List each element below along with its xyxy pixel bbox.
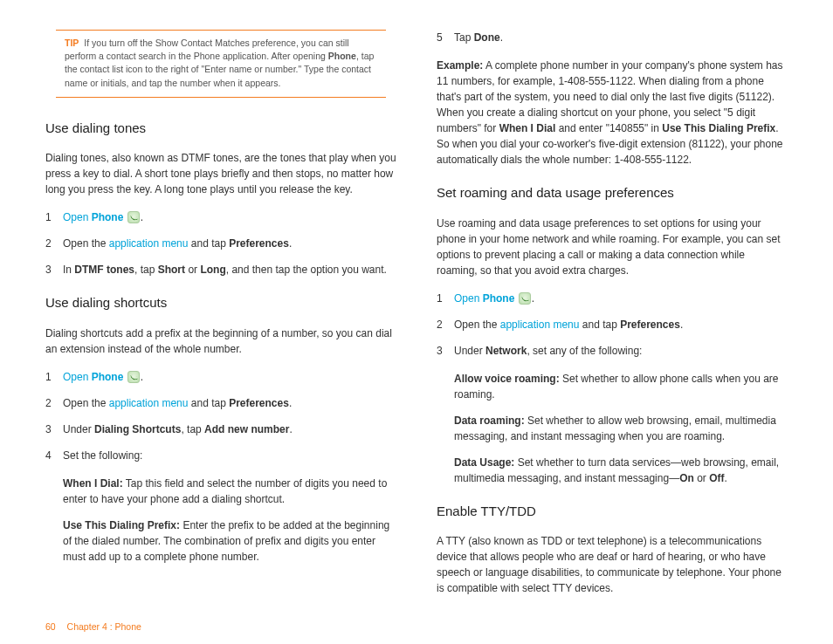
sub-voice-roaming: Allow voice roaming: Set whether to allo…	[454, 371, 788, 402]
para-roaming: Use roaming and data usage preferences t…	[437, 216, 788, 278]
page-number: 60	[45, 621, 56, 632]
phone-icon	[127, 211, 140, 223]
step-number: 4	[45, 448, 63, 463]
step-number: 5	[437, 30, 454, 45]
heading-tty: Enable TTY/TDD	[437, 502, 788, 522]
example-paragraph: Example: A complete phone number in your…	[437, 58, 788, 168]
step-dtmf: In DTMF tones, tap Short or Long, and th…	[63, 262, 396, 277]
step-open-phone: Open Phone .	[63, 209, 396, 225]
heading-roaming: Set roaming and data usage preferences	[437, 183, 788, 203]
step-tap-done: Tap Done.	[454, 30, 788, 45]
steps-dialing-tones: 1 Open Phone . 2 Open the application me…	[45, 209, 396, 277]
tip-text-a: If you turn off the Show Contact Matches…	[65, 38, 349, 61]
chapter-label: Chapter 4 : Phone	[67, 621, 141, 632]
step-app-menu: Open the application menu and tap Prefer…	[63, 395, 396, 411]
step-number: 2	[437, 317, 454, 332]
step-add-number: Under Dialing Shortcuts, tap Add new num…	[63, 421, 396, 437]
step-number: 1	[45, 209, 63, 225]
tip-bold-a: Phone	[328, 51, 356, 61]
phone-icon	[127, 371, 140, 383]
open-phone-link[interactable]: Open Phone	[63, 371, 123, 383]
step-number: 3	[45, 421, 63, 437]
sub-data-usage: Data Usage: Set whether to turn data ser…	[454, 455, 788, 486]
step-number: 1	[45, 369, 63, 385]
step-app-menu: Open the application menu and tap Prefer…	[63, 236, 396, 251]
sub-when-i-dial: When I Dial: Tap this field and select t…	[63, 476, 396, 507]
steps-continued: 5 Tap Done.	[437, 30, 788, 45]
para-tty: A TTY (also known as TDD or text telepho…	[437, 533, 788, 596]
step-open-phone: Open Phone .	[454, 291, 788, 306]
step-number: 1	[437, 291, 454, 306]
application-menu-link[interactable]: application menu	[109, 237, 189, 250]
sub-data-roaming: Data roaming: Set whether to allow web b…	[454, 413, 788, 444]
open-phone-link[interactable]: Open Phone	[63, 211, 123, 223]
sub-use-prefix: Use This Dialing Prefix: Enter the prefi…	[63, 517, 396, 565]
para-dialing-shortcuts: Dialing shortcuts add a prefix at the be…	[45, 325, 396, 357]
left-column: TIPIf you turn off the Show Contact Matc…	[45, 30, 396, 608]
step-open-phone: Open Phone .	[63, 369, 396, 385]
phone-icon	[519, 292, 531, 305]
para-dialing-tones: Dialing tones, also known as DTMF tones,…	[45, 150, 396, 197]
application-menu-link[interactable]: application menu	[500, 319, 580, 331]
heading-dialing-tones: Use dialing tones	[45, 119, 396, 139]
heading-dialing-shortcuts: Use dialing shortcuts	[45, 293, 396, 313]
right-column: 5 Tap Done. Example: A complete phone nu…	[437, 30, 788, 608]
step-number: 3	[45, 262, 63, 277]
step-number: 2	[45, 236, 63, 251]
steps-roaming: 1 Open Phone . 2 Open the application me…	[437, 291, 788, 359]
step-number: 3	[437, 343, 454, 359]
tip-box: TIPIf you turn off the Show Contact Matc…	[56, 30, 386, 98]
step-set-following: Set the following:	[63, 448, 396, 463]
steps-dialing-shortcuts: 1 Open Phone . 2 Open the application me…	[45, 369, 396, 463]
step-app-menu: Open the application menu and tap Prefer…	[454, 317, 788, 332]
tip-label: TIP	[65, 38, 79, 48]
step-number: 2	[45, 395, 63, 411]
open-phone-link[interactable]: Open Phone	[454, 292, 514, 305]
page-footer: 60 Chapter 4 : Phone	[45, 608, 788, 634]
application-menu-link[interactable]: application menu	[109, 397, 189, 409]
step-network: Under Network, set any of the following:	[454, 343, 788, 359]
